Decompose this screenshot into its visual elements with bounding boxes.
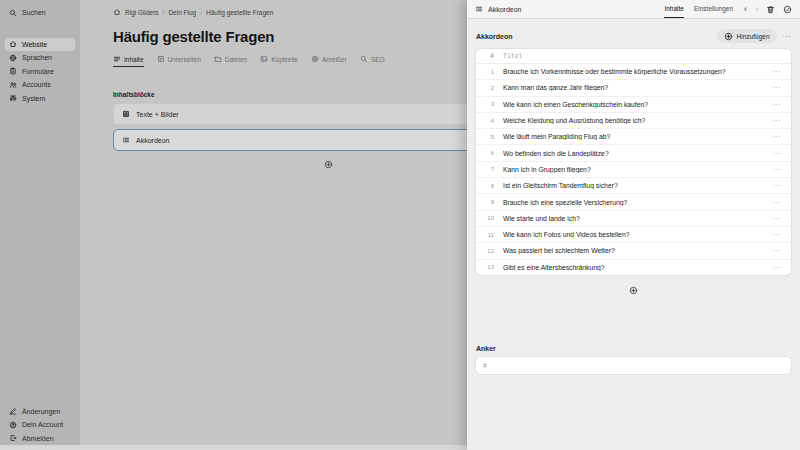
row-more-button[interactable]: ··· (773, 133, 782, 140)
tab-label: SEO (371, 56, 385, 63)
row-title: Gibt es eine Altersbeschränkung? (503, 264, 773, 271)
table-row[interactable]: 3 Wie kann ich einen Geschenkgutschein k… (476, 97, 791, 113)
table-row[interactable]: 5 Wie läuft mein Paragliding Flug ab? ··… (476, 129, 791, 145)
home-icon (9, 40, 17, 48)
row-more-button[interactable]: ··· (773, 101, 782, 108)
panel-tabs: Inhalte Einstellungen (664, 0, 733, 18)
form-icon (9, 67, 17, 75)
table-row[interactable]: 8 Ist ein Gleitschirm Tandemflug sicher?… (476, 178, 791, 194)
anchor-input[interactable] (476, 357, 791, 374)
sidebar-nav: Website Sprachen Formulare Accounts Syst… (0, 38, 80, 106)
row-number: 11 (484, 232, 494, 238)
row-more-button[interactable]: ··· (773, 215, 782, 222)
panel-header-icons: ‹ › (744, 5, 792, 14)
prev-button[interactable]: ‹ (744, 5, 747, 14)
panel-body: Akkordeon Hinzufügen ··· # Titel 1 Brauc… (467, 19, 800, 450)
sidebar-item-label: System (22, 95, 45, 102)
table-row[interactable]: 13 Gibt es eine Altersbeschränkung? ··· (476, 260, 791, 275)
search-button[interactable]: Suchen (5, 6, 75, 20)
row-more-button[interactable]: ··· (773, 247, 782, 254)
row-more-button[interactable]: ··· (773, 117, 782, 124)
table-row[interactable]: 4 Welche Kleidung und Ausrüstung benötig… (476, 113, 791, 129)
page-tab[interactable]: Unterseiten (157, 55, 201, 67)
row-number: 5 (484, 134, 494, 140)
table-row[interactable]: 11 Wie kann ich Fotos und Videos bestell… (476, 227, 791, 243)
add-question-button[interactable] (629, 286, 638, 295)
row-more-button[interactable]: ··· (773, 84, 782, 91)
page-tab[interactable]: Dateien (214, 55, 247, 67)
sidebar-nav-item[interactable]: System (5, 92, 75, 106)
row-number: 12 (484, 248, 494, 254)
row-more-button[interactable]: ··· (773, 264, 782, 271)
row-number: 6 (484, 150, 494, 156)
page-tab[interactable]: SEO (360, 55, 385, 67)
header-image-icon (260, 55, 268, 63)
row-more-button[interactable]: ··· (773, 150, 782, 157)
column-number: # (484, 52, 494, 60)
sidebar-nav-item[interactable]: Formulare (5, 65, 75, 79)
breadcrumb-item[interactable]: Rigi Gliders (125, 9, 159, 16)
panel-add-row (476, 281, 791, 299)
trash-icon[interactable] (766, 5, 775, 14)
breadcrumb-home-icon[interactable] (113, 8, 121, 16)
content-block-label: Texte + Bilder (136, 111, 179, 118)
panel-header: Akkordeon Inhalte Einstellungen ‹ › (467, 0, 800, 19)
sidebar-footer-item[interactable]: Abmelden (5, 432, 75, 446)
row-number: 10 (484, 215, 494, 221)
next-button[interactable]: › (755, 5, 758, 14)
page-tab[interactable]: Kopfzeile (260, 55, 298, 67)
faq-table: # Titel 1 Brauche ich Vorkenntnisse oder… (476, 49, 791, 275)
table-row[interactable]: 1 Brauche ich Vorkenntnisse oder bestimm… (476, 64, 791, 80)
page-tab[interactable]: Anreißer (311, 55, 347, 67)
sidebar-nav-item[interactable]: Sprachen (5, 51, 75, 65)
tab-label: Inhalte (124, 56, 144, 63)
sidebar-item-label: Dein Account (22, 421, 63, 428)
pencil-icon (9, 407, 17, 415)
column-title: Titel (503, 52, 781, 60)
row-more-button[interactable]: ··· (773, 231, 782, 238)
table-row[interactable]: 12 Was passiert bei schlechtem Wetter? ·… (476, 243, 791, 259)
table-row[interactable]: 6 Wo befinden sich die Landeplätze? ··· (476, 145, 791, 161)
row-title: Wie starte und lande ich? (503, 215, 773, 222)
table-row[interactable]: 7 Kann ich in Gruppen fliegen? ··· (476, 162, 791, 178)
tab-label: Kopfzeile (271, 56, 298, 63)
anchor-section: Anker (476, 345, 791, 374)
tab-label: Unterseiten (168, 56, 201, 63)
sidebar-nav-item[interactable]: Accounts (5, 78, 75, 92)
languages-icon (9, 54, 17, 62)
subpages-icon (157, 55, 165, 63)
sidebar-nav-item[interactable]: Website (5, 38, 75, 52)
table-row[interactable]: 10 Wie starte und lande ich? ··· (476, 211, 791, 227)
row-more-button[interactable]: ··· (773, 166, 782, 173)
page-tab[interactable]: Inhalte (113, 55, 144, 67)
add-item-button[interactable]: Hinzufügen (717, 29, 777, 43)
accordion-list-icon (122, 136, 130, 144)
sidebar: Suchen Website Sprachen Formulare Accoun… (0, 0, 80, 450)
logout-icon (9, 434, 17, 442)
row-more-button[interactable]: ··· (773, 182, 782, 189)
seo-icon (360, 55, 368, 63)
sidebar-footer-item[interactable]: Dein Account (5, 418, 75, 432)
section-more-button[interactable]: ··· (783, 33, 792, 40)
faq-rows: 1 Brauche ich Vorkenntnisse oder bestimm… (476, 64, 791, 275)
row-title: Welche Kleidung und Ausrüstung benötige … (503, 117, 773, 124)
row-more-button[interactable]: ··· (773, 199, 782, 206)
add-block-button[interactable] (324, 160, 333, 169)
row-more-button[interactable]: ··· (773, 68, 782, 75)
row-title: Brauche ich Vorkenntnisse oder bestimmte… (503, 68, 773, 75)
breadcrumb-separator: / (163, 9, 165, 16)
row-number: 8 (484, 183, 494, 189)
row-title: Kann man das ganze Jahr fliegen? (503, 84, 773, 91)
accordion-section-label: Akkordeon (476, 33, 513, 40)
row-number: 4 (484, 118, 494, 124)
breadcrumb-item[interactable]: Dein Flug (168, 9, 196, 16)
table-row[interactable]: 9 Brauche ich eine spezielle Versicherun… (476, 194, 791, 210)
sidebar-footer: Änderungen Dein Account Abmelden (0, 405, 80, 450)
panel-tab[interactable]: Inhalte (664, 0, 684, 18)
panel-tab[interactable]: Einstellungen (694, 0, 733, 18)
panel-title: Akkordeon (488, 6, 521, 13)
done-circle-icon[interactable] (783, 5, 792, 14)
sidebar-footer-item[interactable]: Änderungen (5, 405, 75, 419)
table-row[interactable]: 2 Kann man das ganze Jahr fliegen? ··· (476, 80, 791, 96)
row-title: Brauche ich eine spezielle Versicherung? (503, 199, 773, 206)
